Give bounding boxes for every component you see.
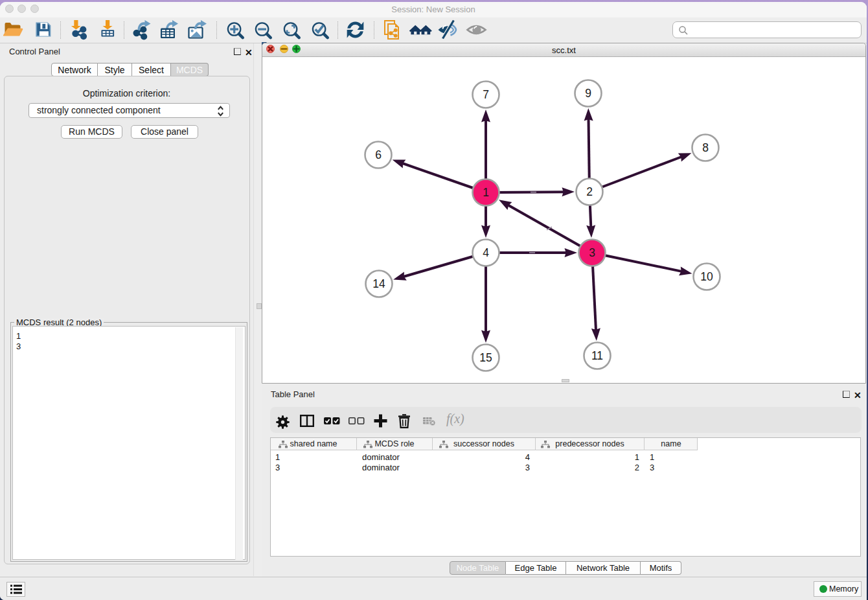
svg-text:11: 11 [591,349,603,362]
svg-text:15: 15 [479,351,492,364]
svg-text:10: 10 [700,270,713,283]
svg-text:2: 2 [586,185,593,198]
svg-text:1: 1 [483,186,489,199]
svg-text:14: 14 [372,277,385,290]
svg-text:9: 9 [585,87,591,100]
svg-text:4: 4 [483,246,489,259]
svg-text:7: 7 [483,88,489,101]
svg-text:6: 6 [375,148,382,161]
svg-text:8: 8 [702,141,709,154]
svg-text:3: 3 [589,246,595,259]
